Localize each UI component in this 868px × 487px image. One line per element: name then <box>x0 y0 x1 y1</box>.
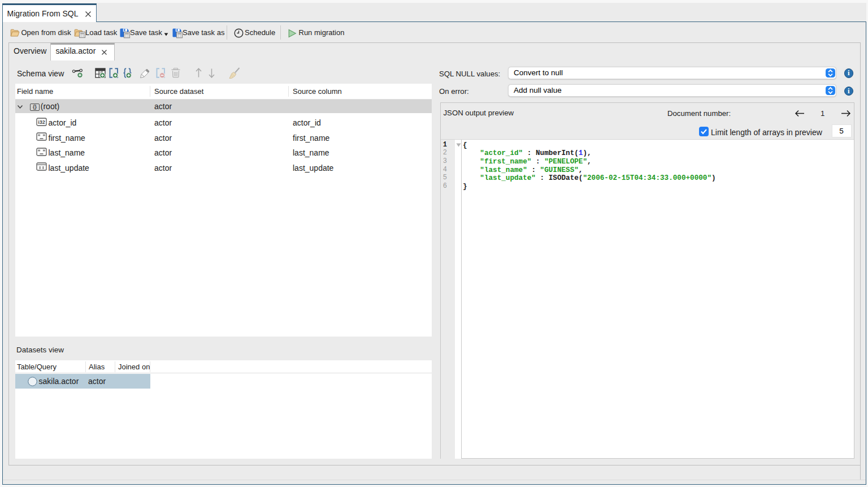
svg-text:i32: i32 <box>38 119 45 125</box>
